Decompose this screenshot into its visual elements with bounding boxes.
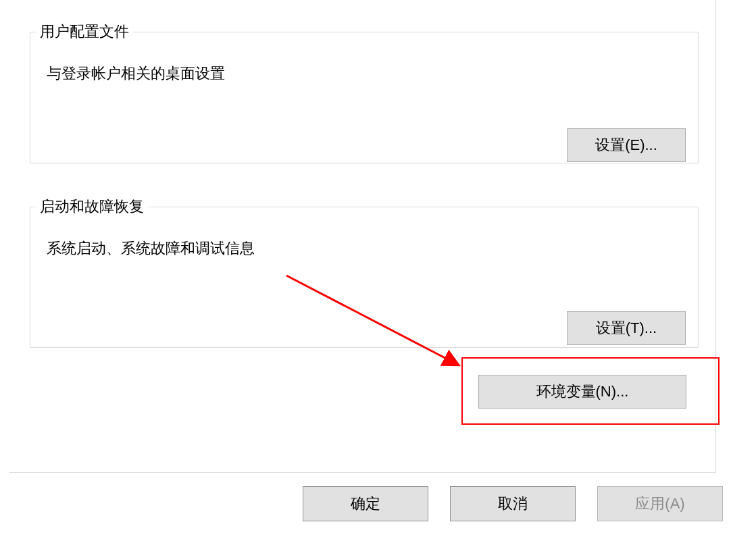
user-profile-group: 用户配置文件 与登录帐户相关的桌面设置 设置(E)... — [30, 22, 699, 163]
cancel-button[interactable]: 取消 — [450, 486, 576, 521]
ok-button[interactable]: 确定 — [303, 486, 428, 521]
advanced-panel: 用户配置文件 与登录帐户相关的桌面设置 设置(E)... 启动和故障恢复 系统启… — [9, 0, 716, 473]
user-profile-settings-button[interactable]: 设置(E)... — [567, 128, 686, 162]
apply-button: 应用(A) — [597, 486, 723, 521]
user-profile-legend: 用户配置文件 — [36, 22, 133, 42]
user-profile-description: 与登录帐户相关的桌面设置 — [47, 63, 225, 84]
environment-variables-button[interactable]: 环境变量(N)... — [478, 375, 686, 409]
dialog-footer: 确定 取消 应用(A) — [9, 473, 743, 533]
startup-recovery-description: 系统启动、系统故障和调试信息 — [47, 238, 255, 259]
startup-recovery-legend: 启动和故障恢复 — [36, 197, 148, 217]
startup-recovery-group: 启动和故障恢复 系统启动、系统故障和调试信息 设置(T)... — [30, 197, 699, 348]
startup-recovery-settings-button[interactable]: 设置(T)... — [567, 311, 686, 345]
